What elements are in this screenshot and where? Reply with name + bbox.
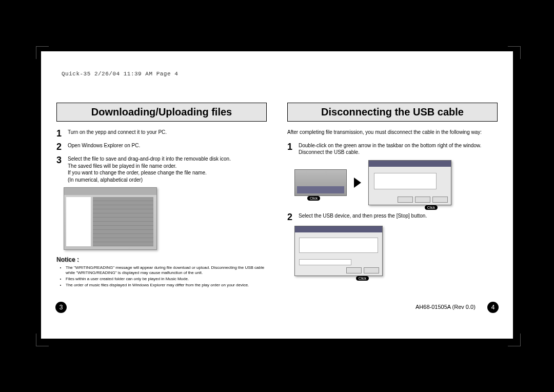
step-text: Select the USB device, and then press th… xyxy=(299,212,427,222)
step-number: 3 xyxy=(56,155,64,183)
click-badge: Click xyxy=(425,205,438,210)
notice-list: The "WRITING/READING" message will appea… xyxy=(56,265,267,288)
print-footer: Quick-35 2/26/04 11:39 AM Page 4 xyxy=(62,71,178,77)
page-number-left: 3 xyxy=(55,302,67,313)
intro-text: After completing file transmission, you … xyxy=(287,129,498,136)
page-number-right: 4 xyxy=(487,302,499,313)
notice-item: The order of music files displayed in Wi… xyxy=(66,283,267,288)
step-number: 1 xyxy=(56,129,64,138)
step-text: Select the file to save and drag-and-dro… xyxy=(68,155,231,183)
click-badge: Click xyxy=(307,196,320,201)
explorer-screenshot xyxy=(64,187,157,250)
step-number: 1 xyxy=(287,142,294,156)
section-title-right: Disconnecting the USB cable xyxy=(287,103,498,122)
right-page: Disconnecting the USB cable After comple… xyxy=(287,103,498,289)
step-text: Open Windows Explorer on PC. xyxy=(68,142,140,151)
step-text: Turn on the yepp and connect it to your … xyxy=(68,129,167,138)
step-3: 3 Select the file to save and drag-and-d… xyxy=(56,155,267,183)
section-title-left: Downloading/Uploading files xyxy=(56,103,267,122)
image-row: Click Click xyxy=(294,160,498,205)
step-1-right: 1 Double-click on the green arrow in the… xyxy=(287,142,498,156)
step-2: 2 Open Windows Explorer on PC. xyxy=(56,142,267,151)
arrow-right-icon xyxy=(354,178,361,188)
unplug-dialog-screenshot: Click xyxy=(368,160,451,205)
notice-heading: Notice : xyxy=(56,256,267,263)
notice-item: The "WRITING/READING" message will appea… xyxy=(66,265,267,276)
step-number: 2 xyxy=(287,212,294,222)
step-number: 2 xyxy=(56,142,64,151)
notice-item: Files within a user created folder can o… xyxy=(66,277,267,282)
click-badge: Click xyxy=(356,276,369,281)
document-revision: AH68-01505A (Rev 0.0) xyxy=(416,304,476,310)
step-2-right: 2 Select the USB device, and then press … xyxy=(287,212,498,222)
step-text: Double-click on the green arrow in the t… xyxy=(299,142,498,156)
stop-device-dialog-screenshot: Click xyxy=(294,226,383,276)
step-1: 1 Turn on the yepp and connect it to you… xyxy=(56,129,267,138)
left-page: Downloading/Uploading files 1 Turn on th… xyxy=(56,103,267,289)
taskbar-screenshot: Click xyxy=(294,169,347,196)
